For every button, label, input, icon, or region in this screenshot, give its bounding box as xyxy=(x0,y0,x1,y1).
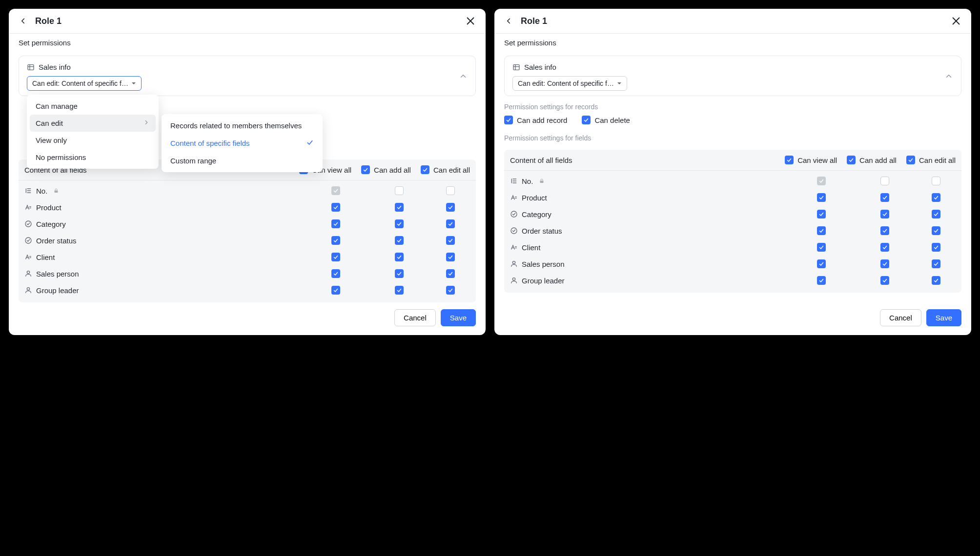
checkbox-edit-all[interactable] xyxy=(906,156,915,164)
checkbox[interactable] xyxy=(331,253,340,261)
fields-section-label: Permission settings for fields xyxy=(494,127,971,147)
permission-dropdown[interactable]: Can edit: Content of specific f… xyxy=(27,76,142,91)
checkbox[interactable] xyxy=(932,226,940,235)
checkbox[interactable] xyxy=(331,203,340,212)
checkbox[interactable] xyxy=(880,259,889,268)
header-edit-all[interactable]: Can edit all xyxy=(906,156,956,164)
checkbox[interactable] xyxy=(932,243,940,252)
checkbox[interactable] xyxy=(880,243,889,252)
checkbox-delete[interactable] xyxy=(582,116,591,124)
menu-can-edit[interactable]: Can edit xyxy=(30,115,156,132)
field-name: Order status xyxy=(24,237,304,245)
checkbox[interactable] xyxy=(395,286,404,295)
lock-icon xyxy=(539,177,545,185)
checkbox[interactable] xyxy=(817,259,826,268)
field-row: Client xyxy=(504,239,961,256)
close-icon[interactable] xyxy=(951,16,961,26)
footer: Cancel Save xyxy=(494,302,971,335)
back-icon[interactable] xyxy=(19,17,27,25)
checkbox[interactable] xyxy=(395,203,404,212)
cancel-button[interactable]: Cancel xyxy=(394,309,436,326)
checkbox-add-all[interactable] xyxy=(847,156,856,164)
permission-card: Sales info Can edit: Content of specific… xyxy=(19,56,476,96)
checkbox[interactable] xyxy=(395,253,404,261)
select-icon xyxy=(24,220,32,228)
checkbox-add-record[interactable] xyxy=(504,116,513,124)
checkbox[interactable] xyxy=(932,259,940,268)
close-icon[interactable] xyxy=(465,16,476,26)
checkbox-empty[interactable] xyxy=(880,177,889,185)
checkbox[interactable] xyxy=(446,286,455,295)
checkbox[interactable] xyxy=(331,286,340,295)
checkbox[interactable] xyxy=(395,236,404,245)
checkbox-view-all[interactable] xyxy=(785,156,794,164)
checkbox[interactable] xyxy=(932,210,940,218)
checkbox[interactable] xyxy=(880,276,889,285)
fields-body-right: No.ProductCategoryOrder statusClientSale… xyxy=(504,171,961,293)
submenu-records-self[interactable]: Records related to members themselves xyxy=(164,117,320,134)
can-add-record[interactable]: Can add record xyxy=(504,116,567,124)
chevron-right-icon xyxy=(143,119,150,127)
submenu-content-fields[interactable]: Content of specific fields xyxy=(164,134,320,152)
checkbox-empty[interactable] xyxy=(446,186,455,195)
header-edit-all[interactable]: Can edit all xyxy=(421,165,470,174)
header-view-all[interactable]: Can view all xyxy=(785,156,837,164)
checkbox-add-all[interactable] xyxy=(361,165,370,174)
can-delete[interactable]: Can delete xyxy=(582,116,630,124)
checkbox[interactable] xyxy=(446,219,455,228)
checkbox[interactable] xyxy=(446,236,455,245)
checkbox[interactable] xyxy=(880,193,889,202)
svg-rect-2 xyxy=(28,64,34,70)
save-button[interactable]: Save xyxy=(926,309,961,326)
field-row: No. xyxy=(19,182,476,199)
checkbox[interactable] xyxy=(817,226,826,235)
menu-no-permissions[interactable]: No permissions xyxy=(30,149,156,166)
checkbox[interactable] xyxy=(932,193,940,202)
checkbox[interactable] xyxy=(446,269,455,278)
svg-point-13 xyxy=(25,221,31,227)
checkbox[interactable] xyxy=(446,203,455,212)
checkbox[interactable] xyxy=(817,243,826,252)
permission-dropdown[interactable]: Can edit: Content of specific f… xyxy=(512,76,627,91)
text-icon xyxy=(510,194,518,201)
checkbox[interactable] xyxy=(331,269,340,278)
checkbox[interactable] xyxy=(880,226,889,235)
checkbox[interactable] xyxy=(817,276,826,285)
field-row: Sales person xyxy=(504,256,961,272)
select-icon xyxy=(510,227,518,235)
checkbox[interactable] xyxy=(446,253,455,261)
field-name: No. xyxy=(510,177,790,185)
header-add-all[interactable]: Can add all xyxy=(847,156,897,164)
checkbox[interactable] xyxy=(395,269,404,278)
collapse-icon[interactable] xyxy=(944,72,953,82)
field-row: Product xyxy=(504,189,961,206)
svg-point-14 xyxy=(25,238,31,243)
header-add-all[interactable]: Can add all xyxy=(361,165,411,174)
card-title: Sales info xyxy=(39,63,71,71)
submenu-custom-range[interactable]: Custom range xyxy=(164,152,320,169)
fields-header: Content of all fields Can view all Can a… xyxy=(504,150,961,171)
checkbox[interactable] xyxy=(331,236,340,245)
checkbox[interactable] xyxy=(331,219,340,228)
checkbox[interactable] xyxy=(817,193,826,202)
checkbox[interactable] xyxy=(817,210,826,218)
save-button[interactable]: Save xyxy=(441,309,476,326)
menu-can-manage[interactable]: Can manage xyxy=(30,98,156,115)
cancel-button[interactable]: Cancel xyxy=(880,309,921,326)
checkbox[interactable] xyxy=(395,219,404,228)
svg-point-39 xyxy=(512,278,515,280)
menu-view-only[interactable]: View only xyxy=(30,132,156,149)
checkbox-empty[interactable] xyxy=(395,186,404,195)
person-icon xyxy=(24,286,32,294)
back-icon[interactable] xyxy=(504,17,513,25)
checkbox[interactable] xyxy=(932,276,940,285)
checkbox-empty[interactable] xyxy=(932,177,940,185)
checkbox[interactable] xyxy=(880,210,889,218)
checkbox-edit-all[interactable] xyxy=(421,165,429,174)
permission-card: Sales info Can edit: Content of specific… xyxy=(504,56,961,96)
field-name: Product xyxy=(24,203,304,212)
field-name: Order status xyxy=(510,227,790,235)
records-row: Can add record Can delete xyxy=(494,116,971,127)
field-row: Group leader xyxy=(19,282,476,298)
section-label: Set permissions xyxy=(494,34,971,51)
